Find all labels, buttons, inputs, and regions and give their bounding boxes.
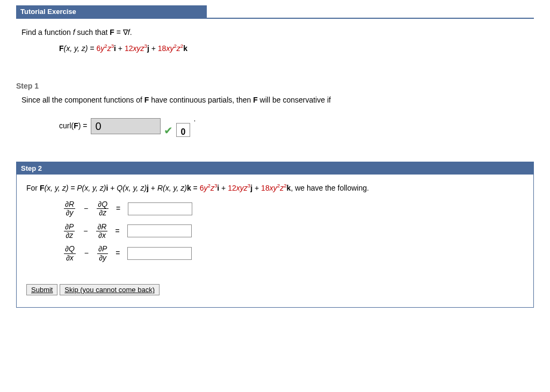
skip-button[interactable]: Skip (you cannot come back): [60, 284, 160, 295]
frac-dQ-dx: ∂Q∂x: [64, 245, 76, 262]
button-row: Submit Skip (you cannot come back): [26, 284, 524, 296]
curl-answer-input[interactable]: 0: [91, 118, 161, 134]
curl-a: curl(: [59, 121, 74, 130]
t1-z: z: [107, 44, 111, 53]
problem-intro-c: = ∇: [114, 28, 128, 37]
check-icon: ✔: [164, 121, 173, 140]
t2-vars: xyz: [133, 44, 144, 53]
partial-row-3: ∂Q∂x − ∂P∂y =: [26, 245, 524, 262]
partial-row-1: ∂R∂y − ∂Q∂z =: [26, 200, 524, 217]
step1-label: Step 1: [16, 82, 534, 90]
cp2: +: [252, 184, 261, 192]
frac-dP-dy: ∂P∂y: [97, 245, 108, 262]
s2-pa: (x, y, z): [82, 184, 106, 192]
eq-1: =: [114, 202, 122, 215]
t2-coef: 12: [125, 44, 133, 53]
s1-period: .: [193, 112, 196, 126]
submit-button[interactable]: Submit: [26, 284, 57, 295]
s2-tail: , we have the following.: [291, 184, 369, 192]
t3-v1: xy: [166, 44, 173, 53]
step2-label: Step 2: [17, 162, 533, 175]
s2-R: R: [157, 184, 163, 192]
minus-3: −: [81, 247, 92, 260]
formula-args: (x, y, z) =: [64, 44, 97, 53]
s2-k: k: [187, 184, 191, 192]
minus-1: −: [81, 202, 91, 215]
c2v: xyz: [236, 184, 248, 192]
curl-b: ) =: [78, 121, 88, 130]
eq-3: =: [113, 247, 122, 260]
step1-body: Since all the component functions of F h…: [16, 93, 534, 151]
s2-ra: (x, y, z): [163, 184, 187, 192]
s2-for-a: For: [26, 184, 40, 192]
s2-qa: (x, y, z): [122, 184, 147, 192]
s2-b: (x, y, z) =: [44, 184, 77, 192]
s2-p2: +: [149, 184, 157, 192]
eq-2: =: [113, 225, 121, 238]
s2-eq: =: [191, 184, 200, 192]
s2-p1: +: [108, 184, 117, 192]
minus-2: −: [80, 225, 91, 238]
curl-F: F: [74, 121, 78, 130]
c3v: xy: [270, 184, 277, 192]
t3-k: k: [183, 44, 187, 53]
tutorial-header: Tutorial Exercise: [16, 5, 207, 18]
partial-row-2: ∂P∂z − ∂R∂x =: [26, 223, 524, 240]
answer-input-2[interactable]: [127, 224, 192, 237]
s2-P: P: [77, 184, 82, 192]
c1z: z: [211, 184, 214, 192]
s1-c: will be conservative if: [258, 96, 331, 104]
problem-intro-F: F: [110, 28, 114, 37]
tutorial-header-row: Tutorial Exercise: [16, 5, 534, 19]
problem-intro-a: Find a function: [21, 28, 73, 37]
frac-dR-dy: ∂R∂y: [64, 200, 75, 217]
t3-z: z: [177, 44, 180, 53]
c2: 12: [228, 184, 236, 192]
curl-correct-box: 0: [176, 123, 191, 137]
answer-input-1[interactable]: [128, 202, 192, 215]
plus1: +: [116, 44, 125, 53]
problem-formula: F(x, y, z) = 6y2z3i + 12xyz3j + 18xy2z2k: [21, 42, 534, 54]
curl-row: curl(F) = 0 ✔ 0 .: [21, 112, 534, 140]
plus2: +: [149, 44, 158, 53]
c3: 18: [261, 184, 270, 192]
problem-intro-d: .: [130, 28, 132, 37]
answer-input-3[interactable]: [127, 247, 192, 260]
s1-b: have continuous partials, then: [149, 96, 253, 104]
t3-coef: 18: [158, 44, 167, 53]
frac-dP-dz: ∂P∂z: [64, 223, 75, 240]
frac-dR-dx: ∂R∂x: [96, 223, 107, 240]
formula-F: F: [59, 44, 64, 53]
s2-Q: Q: [117, 184, 122, 192]
s1-F2: F: [253, 96, 258, 104]
problem-intro-b: such that: [75, 28, 110, 37]
s1-a: Since all the component functions of: [21, 96, 144, 104]
t1-coef: 6: [96, 44, 100, 53]
frac-dQ-dz: ∂Q∂z: [97, 200, 108, 217]
cp1: +: [219, 184, 228, 192]
problem-statement: Find a function f such that F = ∇f. F(x,…: [16, 24, 534, 76]
step2-intro: For F(x, y, z) = P(x, y, z)i + Q(x, y, z…: [26, 182, 524, 195]
step2-container: Step 2 For F(x, y, z) = P(x, y, z)i + Q(…: [16, 162, 534, 308]
